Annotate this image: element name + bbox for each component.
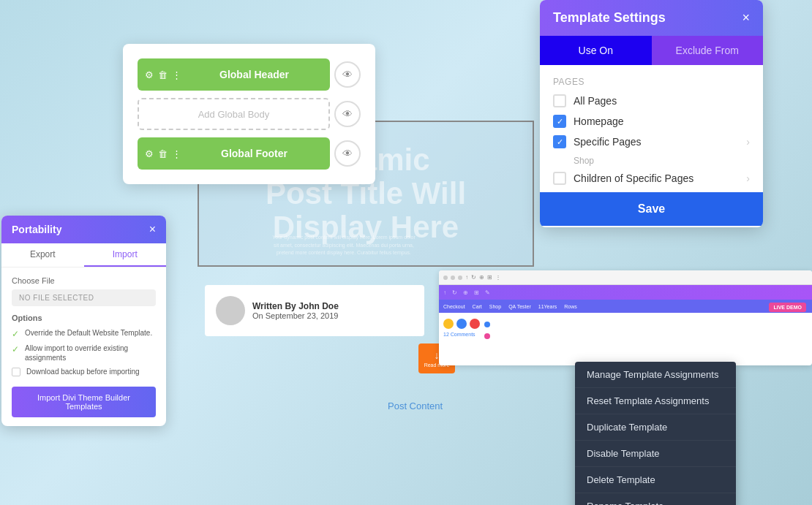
- global-header-label: Global Header: [186, 69, 323, 80]
- option-text-3: Download backup before importing: [26, 367, 140, 376]
- ctx-duplicate[interactable]: Duplicate Template: [575, 414, 736, 441]
- nav-rows[interactable]: Rows: [564, 304, 577, 309]
- eye-button-body[interactable]: 👁: [334, 101, 361, 127]
- global-header-row: ⚙ 🗑 ⋮ Global Header 👁: [138, 58, 361, 91]
- nav-shop[interactable]: Shop: [489, 304, 501, 309]
- shop-sub-label: Shop: [574, 156, 750, 166]
- global-body-placeholder: Add Global Body: [198, 109, 270, 120]
- nav-qa[interactable]: QA Tester: [508, 304, 531, 309]
- chevron-children-icon: ›: [746, 172, 750, 184]
- choose-file-label: Choose File: [12, 276, 156, 285]
- nav-cart[interactable]: Cart: [473, 304, 482, 309]
- nav-icon-2: ↻: [452, 289, 457, 296]
- eye-button-footer[interactable]: 👁: [334, 140, 361, 167]
- portability-title: Portability: [12, 224, 61, 235]
- check-icon-2: ✓: [12, 344, 19, 354]
- import-button[interactable]: Import Divi Theme Builder Templates: [12, 387, 156, 417]
- option-text-2: Allow import to override existing assign…: [25, 343, 156, 362]
- global-body-row: Add Global Body 👁: [138, 98, 361, 130]
- children-specific-label: Children of Specific Pages: [574, 172, 693, 184]
- social-icons-area: 12 Comments: [443, 316, 480, 339]
- browser-dots-area: [484, 322, 490, 339]
- check-empty-3: [12, 368, 20, 376]
- ctx-manage-assignments[interactable]: Manage Template Assignments: [575, 362, 736, 388]
- template-settings-tabs: Use On Exclude From: [540, 36, 763, 65]
- option-item-2: ✓ Allow import to override existing assi…: [12, 343, 156, 362]
- save-button[interactable]: Save: [540, 192, 763, 226]
- trash-icon-header[interactable]: 🗑: [158, 69, 168, 80]
- social-icon-youtube: [443, 319, 454, 329]
- eye-button-header[interactable]: 👁: [334, 61, 361, 88]
- toolbar-icon-1: ↑: [465, 274, 468, 281]
- checkbox-all-pages[interactable]: [553, 94, 566, 107]
- option-children-specific[interactable]: Children of Specific Pages ›: [553, 172, 750, 185]
- option-homepage[interactable]: ✓ Homepage: [553, 115, 750, 128]
- ctx-delete[interactable]: Delete Template: [575, 467, 736, 493]
- live-demo-button[interactable]: LIVE DEMO: [769, 303, 806, 312]
- portability-tabs: Export Import: [1, 243, 166, 267]
- toolbar-icon-5: ⋮: [495, 274, 501, 281]
- portability-body: Choose File NO FILE SELECTED Options ✓ O…: [1, 267, 166, 426]
- written-by-prefix: Written By John Doe: [252, 301, 339, 311]
- nav-11years[interactable]: 11Years: [538, 304, 557, 309]
- post-content-label: Post Content: [388, 400, 443, 411]
- tab-exclude-from[interactable]: Exclude From: [652, 36, 764, 65]
- written-by-date: On September 23, 2019: [252, 311, 339, 320]
- ctx-reset-assignments[interactable]: Reset Template Assignments: [575, 388, 736, 414]
- global-body-empty[interactable]: Add Global Body: [138, 98, 330, 130]
- template-settings-header: Template Settings ×: [540, 0, 763, 36]
- post-content-placeholder: Your dynamic post content will display h…: [271, 234, 417, 257]
- gear-icon-footer[interactable]: ⚙: [145, 148, 154, 159]
- checkbox-specific-pages[interactable]: ✓: [553, 135, 566, 148]
- global-header-bar: ⚙ 🗑 ⋮ Global Header: [138, 58, 330, 91]
- social-icons: [443, 319, 480, 329]
- nav-icon-4: ⊞: [474, 289, 479, 296]
- specific-pages-label: Specific Pages: [574, 136, 642, 148]
- nav-icon-3: ⊕: [463, 289, 468, 296]
- browser-content: 12 Comments: [439, 313, 812, 342]
- ctx-disable[interactable]: Disable Template: [575, 441, 736, 467]
- option-text-1: Override the Default Website Template.: [25, 328, 152, 338]
- option-all-pages[interactable]: All Pages: [553, 94, 750, 107]
- nav-icon-1: ↑: [443, 289, 446, 296]
- indicator-dot-2: [484, 333, 490, 339]
- template-settings-close-button[interactable]: ×: [742, 10, 750, 26]
- written-by-area: Written By John Doe On September 23, 201…: [205, 285, 424, 336]
- browser-nav: ↑ ↻ ⊕ ⊞ ✎: [439, 285, 812, 300]
- social-icon-twitter: [456, 319, 467, 329]
- comments-label: 12 Comments: [443, 332, 480, 337]
- checkbox-homepage[interactable]: ✓: [553, 115, 566, 128]
- global-footer-row: ⚙ 🗑 ⋮ Global Footer 👁: [138, 137, 361, 170]
- global-footer-label: Global Footer: [186, 148, 323, 159]
- portability-tab-import[interactable]: Import: [84, 243, 167, 267]
- browser-dot-2: [451, 276, 455, 280]
- file-input[interactable]: NO FILE SELECTED: [12, 289, 156, 306]
- chevron-specific-pages-icon: ›: [746, 136, 750, 148]
- tab-use-on[interactable]: Use On: [540, 36, 652, 65]
- checkbox-children-specific[interactable]: [553, 172, 566, 185]
- template-settings-body: Pages All Pages ✓ Homepage ✓ Specific Pa…: [540, 65, 763, 227]
- ctx-rename[interactable]: Rename Template: [575, 493, 736, 505]
- portability-close-button[interactable]: ×: [149, 223, 156, 236]
- written-by-info: Written By John Doe On September 23, 201…: [252, 301, 339, 320]
- portability-panel: Portability × Export Import Choose File …: [1, 216, 166, 426]
- nav-icon-5: ✎: [485, 289, 490, 296]
- option-item-1: ✓ Override the Default Website Template.: [12, 328, 156, 339]
- option-specific-pages[interactable]: ✓ Specific Pages ›: [553, 135, 750, 148]
- indicator-dot-1: [484, 322, 490, 327]
- options-label: Options: [12, 314, 156, 322]
- template-settings-title: Template Settings: [553, 10, 666, 26]
- template-settings-panel: Template Settings × Use On Exclude From …: [540, 0, 763, 227]
- more-icon-header[interactable]: ⋮: [172, 69, 181, 80]
- avatar: [216, 296, 245, 325]
- context-menu: Manage Template Assignments Reset Templa…: [575, 362, 736, 505]
- portability-header: Portability ×: [1, 216, 166, 243]
- toolbar-icon-4: ⊞: [487, 274, 492, 281]
- gear-icon-header[interactable]: ⚙: [145, 69, 154, 80]
- more-icon-footer[interactable]: ⋮: [172, 148, 181, 159]
- nav-checkout[interactable]: Checkout: [443, 304, 465, 309]
- browser-dot-1: [443, 276, 448, 280]
- portability-tab-export[interactable]: Export: [1, 243, 84, 267]
- trash-icon-footer[interactable]: 🗑: [158, 148, 168, 159]
- toolbar-icon-3: ⊕: [479, 274, 484, 281]
